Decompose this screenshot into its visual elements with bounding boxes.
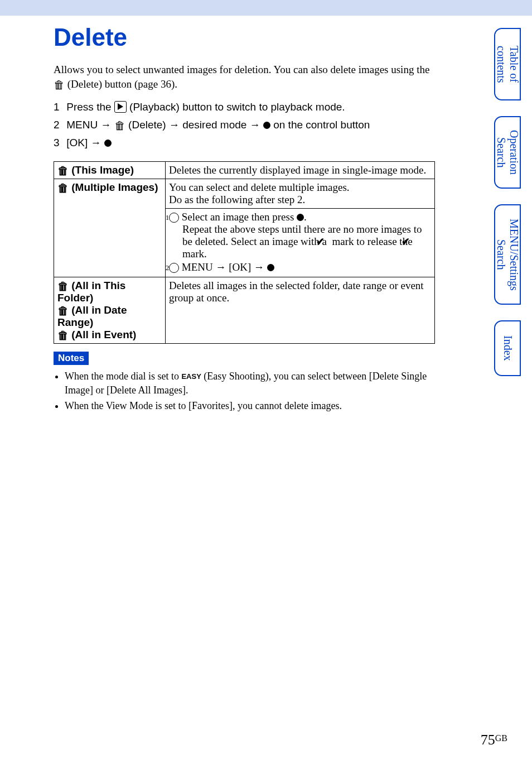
intro-line2: (Delete) button (page 36).: [65, 78, 177, 90]
row2-substep1: 1 Select an image then press . Repeat th…: [169, 211, 431, 260]
steps-list: 1 Press the (Playback) button to switch …: [54, 101, 435, 149]
step2-c: desired mode: [182, 119, 249, 131]
table-row: 🗑 (Multiple Images) You can select and d…: [54, 179, 435, 277]
table-row: 🗑 (This Image) Deletes the currently dis…: [54, 162, 435, 179]
notes-list: When the mode dial is set to EASY (Easy …: [56, 369, 435, 412]
tab-menu-settings-search[interactable]: MENU/Settings Search: [494, 204, 521, 305]
row2-label-text: (Multiple Images): [69, 181, 158, 193]
circled-1-icon: 1: [169, 213, 179, 223]
step1-suffix: (Playback) button to switch to playback …: [129, 101, 345, 113]
easy-mode-label: EASY: [181, 372, 201, 381]
trash-icon: 🗑: [54, 79, 65, 90]
step-1: 1 Press the (Playback) button to switch …: [54, 101, 435, 113]
trash-icon: 🗑: [114, 120, 125, 131]
circled-2-icon: 2: [169, 263, 179, 273]
r2b2b: [OK]: [226, 261, 254, 273]
row2-substep2: 2 MENU → [OK] →: [169, 261, 431, 273]
intro-line1: Allows you to select unwanted images for…: [54, 64, 429, 75]
step-number: 3: [54, 137, 64, 149]
trash-this-icon: 🗑: [57, 165, 69, 176]
row2-label: 🗑 (Multiple Images): [54, 179, 166, 277]
n1a: When the mode dial is set to: [65, 371, 181, 382]
step-number: 1: [54, 101, 64, 113]
trash-event-icon: 🗑: [57, 330, 69, 341]
tab-operation-search[interactable]: Operation Search: [494, 116, 521, 189]
step-3: 3 [OK] →: [54, 137, 435, 149]
r2b1b: .: [304, 211, 307, 223]
side-tabs: Table of contents Operation Search MENU/…: [494, 28, 521, 392]
r2b1a: Select an image then press: [182, 211, 297, 223]
header-band: [0, 0, 532, 16]
trash-multiple-icon: 🗑: [57, 182, 69, 194]
step1-prefix: Press the: [66, 101, 114, 113]
arrow-icon: →: [101, 119, 112, 131]
modes-table: 🗑 (This Image) Deletes the currently dis…: [54, 161, 435, 344]
step2-d: on the control button: [273, 119, 370, 131]
row2-top1: You can select and delete multiple image…: [169, 181, 431, 194]
tab-index[interactable]: Index: [494, 320, 521, 376]
center-button-icon: [104, 140, 112, 147]
center-button-icon: [297, 214, 304, 221]
page-number: 75GB: [481, 732, 507, 748]
step-2: 2 MENU → 🗑 (Delete) → desired mode → on …: [54, 119, 435, 131]
intro-text: Allows you to select unwanted images for…: [54, 63, 435, 91]
r2b2a: MENU: [182, 261, 216, 273]
arrow-icon: →: [215, 261, 226, 273]
trash-date-icon: 🗑: [57, 305, 69, 316]
row2-desc: You can select and delete multiple image…: [166, 179, 435, 277]
page-content: Delete Allows you to select unwanted ima…: [0, 16, 457, 412]
step2-a: MENU: [66, 119, 100, 131]
notes-heading: Notes: [54, 352, 89, 365]
page-suffix: GB: [495, 733, 507, 743]
table-row: 🗑 (All in This Folder) 🗑 (All in Date Ra…: [54, 277, 435, 344]
note-2: When the View Mode is set to [Favorites]…: [65, 399, 435, 412]
page-title: Delete: [54, 23, 435, 51]
arrow-icon: →: [91, 137, 101, 148]
arrow-icon: →: [250, 119, 260, 131]
tab-contents[interactable]: Table of contents: [494, 28, 521, 100]
row1-label: 🗑 (This Image): [54, 162, 166, 179]
playback-icon: [114, 101, 127, 113]
arrow-icon: →: [254, 261, 264, 273]
step2-b: (Delete): [128, 119, 169, 131]
row3-label: 🗑 (All in This Folder) 🗑 (All in Date Ra…: [54, 277, 166, 344]
r3l3: (All in Event): [69, 329, 136, 340]
row1-label-text: (This Image): [69, 164, 134, 176]
row1-desc: Deletes the currently displayed image in…: [166, 162, 435, 179]
center-button-icon: [267, 264, 274, 271]
note-1: When the mode dial is set to EASY (Easy …: [65, 369, 435, 397]
center-button-icon: [263, 122, 270, 129]
trash-folder-icon: 🗑: [57, 281, 69, 292]
r2b1e: mark.: [182, 248, 207, 260]
step-number: 2: [54, 119, 64, 131]
page-num: 75: [481, 732, 495, 748]
step3-a: [OK]: [66, 137, 90, 148]
row3-desc: Deletes all images in the selected folde…: [166, 277, 435, 344]
arrow-icon: →: [169, 119, 180, 131]
row2-top2: Do as the following after step 2.: [169, 194, 431, 206]
